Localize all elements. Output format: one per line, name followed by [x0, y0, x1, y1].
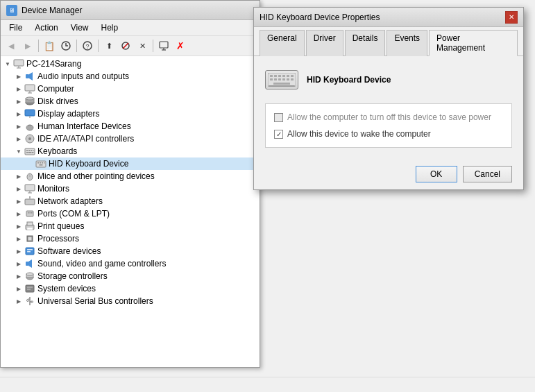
tree-item-mice[interactable]: ▶ Mice and other pointing devices: [1, 170, 260, 182]
tree-item-sound[interactable]: ▶ Sound, video and game controllers: [1, 257, 260, 270]
toolbar-properties-button[interactable]: 📋: [42, 38, 57, 53]
expand-mice[interactable]: ▶: [15, 172, 23, 180]
expand-software[interactable]: ▶: [15, 247, 23, 255]
dialog-title-bar: HID Keyboard Device Properties ✕: [254, 8, 523, 27]
checkbox-wake-computer[interactable]: [274, 130, 283, 139]
checkbox-save-power[interactable]: [274, 113, 283, 122]
tree-item-keyboards[interactable]: ▼ Keyboards: [1, 145, 260, 157]
tree-item-network[interactable]: ▶ Network adapters: [1, 195, 260, 207]
svg-rect-48: [26, 211, 33, 216]
svg-rect-33: [32, 152, 34, 153]
svg-rect-85: [291, 78, 294, 80]
svg-rect-56: [28, 237, 32, 241]
expand-keyboards[interactable]: ▼: [15, 147, 23, 155]
toolbar-device-manager-icon-button[interactable]: [156, 38, 171, 53]
tree-label-display: Display adapters: [37, 109, 99, 119]
expand-hid[interactable]: ▶: [15, 122, 23, 130]
tree-item-ide[interactable]: ▶ IDE ATA/ATAPI controllers: [1, 133, 260, 145]
expand-usb[interactable]: ▶: [15, 297, 23, 305]
tree-item-hid[interactable]: ▶ Human Interface Devices: [1, 120, 260, 133]
expand-ide[interactable]: ▶: [15, 135, 23, 143]
device-tree-panel[interactable]: ▼ PC-214Sarang ▶ Audio inputs and output…: [1, 56, 260, 367]
dialog-close-button[interactable]: ✕: [505, 11, 518, 24]
pc-icon: [13, 58, 24, 69]
tree-item-system[interactable]: ▶ System devices: [1, 282, 260, 295]
svg-rect-83: [282, 78, 285, 80]
option-row-2: Allow this device to wake the computer: [274, 129, 503, 139]
tree-item-storage[interactable]: ▶ Storage controllers: [1, 270, 260, 282]
tree-item-audio[interactable]: ▶ Audio inputs and outputs: [1, 70, 260, 83]
toolbar-separator-1: [38, 40, 39, 52]
monitors-icon: [24, 183, 35, 194]
svg-rect-34: [36, 161, 46, 167]
menu-help[interactable]: Help: [96, 22, 124, 34]
expand-print[interactable]: ▶: [15, 222, 23, 230]
toolbar-help-button[interactable]: ?: [80, 38, 95, 53]
dialog-tab-bar: General Driver Details Events Power Mana…: [254, 27, 523, 56]
tree-item-usb[interactable]: ▶ Universal Serial Bus controllers: [1, 295, 260, 307]
menu-action[interactable]: Action: [29, 22, 63, 34]
toolbar-remove-device-button[interactable]: ✗: [173, 38, 188, 53]
toolbar-update-driver-button[interactable]: ⬆: [101, 38, 117, 53]
expand-network[interactable]: ▶: [15, 197, 23, 205]
toolbar-uninstall-button[interactable]: ✕: [135, 38, 150, 53]
svg-rect-37: [42, 162, 43, 164]
tree-item-processors[interactable]: ▶ Processors: [1, 232, 260, 245]
tree-item-hid-keyboard[interactable]: HID Keyboard Device: [1, 157, 260, 170]
tree-item-monitors[interactable]: ▶ Monitors: [1, 182, 260, 195]
expand-storage[interactable]: ▶: [15, 272, 23, 280]
toolbar-back-button[interactable]: ◀: [3, 38, 19, 53]
expand-audio[interactable]: ▶: [15, 72, 23, 80]
tree-item-display[interactable]: ▶ Display adapters: [1, 108, 260, 120]
ports-icon: [24, 208, 35, 219]
svg-rect-78: [287, 75, 289, 77]
expand-monitors[interactable]: ▶: [15, 185, 23, 193]
menu-view[interactable]: View: [65, 22, 94, 34]
tab-details[interactable]: Details: [345, 30, 386, 56]
device-manager-title: Device Manager: [22, 6, 254, 15]
svg-rect-51: [31, 212, 33, 214]
expand-ports[interactable]: ▶: [15, 210, 23, 218]
expand-disk[interactable]: ▶: [15, 97, 23, 105]
tab-driver[interactable]: Driver: [306, 30, 343, 56]
device-manager-icon: [158, 40, 169, 51]
expand-display[interactable]: ▶: [15, 110, 23, 118]
svg-rect-65: [26, 285, 34, 292]
svg-text:?: ?: [86, 43, 90, 50]
cancel-button[interactable]: Cancel: [463, 166, 512, 182]
ok-button[interactable]: OK: [416, 166, 457, 182]
tree-item-disk[interactable]: ▶ Disk drives: [1, 95, 260, 108]
tree-item-root[interactable]: ▼ PC-214Sarang: [1, 58, 260, 70]
display-icon: [24, 108, 35, 119]
tree-label-monitors: Monitors: [37, 184, 69, 194]
tab-general[interactable]: General: [260, 30, 305, 56]
tree-label-system: System devices: [37, 284, 96, 293]
toolbar-scan-button[interactable]: [58, 38, 74, 53]
tree-label-software: Software devices: [37, 246, 101, 256]
svg-rect-74: [270, 75, 273, 77]
tree-item-ports[interactable]: ▶ Ports (COM & LPT): [1, 207, 260, 220]
toolbar-forward-button[interactable]: ▶: [20, 38, 35, 53]
svg-line-4: [123, 43, 128, 49]
svg-rect-11: [26, 74, 29, 78]
tab-power-management[interactable]: Power Management: [429, 30, 518, 56]
tree-item-computer[interactable]: ▶ Computer: [1, 83, 260, 95]
status-bar: [0, 377, 535, 392]
expand-sound[interactable]: ▶: [15, 259, 23, 268]
expand-processors[interactable]: ▶: [15, 235, 23, 243]
svg-rect-59: [27, 251, 31, 253]
svg-point-47: [29, 196, 31, 198]
tab-events[interactable]: Events: [387, 30, 427, 56]
tree-item-print[interactable]: ▶ Print queues: [1, 220, 260, 232]
toolbar-disable-button[interactable]: [118, 38, 133, 53]
expand-root[interactable]: ▼: [3, 60, 12, 68]
disk-icon: [24, 96, 35, 107]
menu-file[interactable]: File: [3, 22, 28, 34]
tree-label-computer: Computer: [37, 84, 74, 94]
expand-computer[interactable]: ▶: [15, 85, 23, 93]
tree-label-print: Print queues: [37, 221, 84, 231]
tree-item-software[interactable]: ▶ Software devices: [1, 245, 260, 257]
expand-system[interactable]: ▶: [15, 284, 23, 293]
device-manager-title-bar: 🖥 Device Manager: [1, 1, 260, 20]
network-icon: [24, 196, 35, 207]
